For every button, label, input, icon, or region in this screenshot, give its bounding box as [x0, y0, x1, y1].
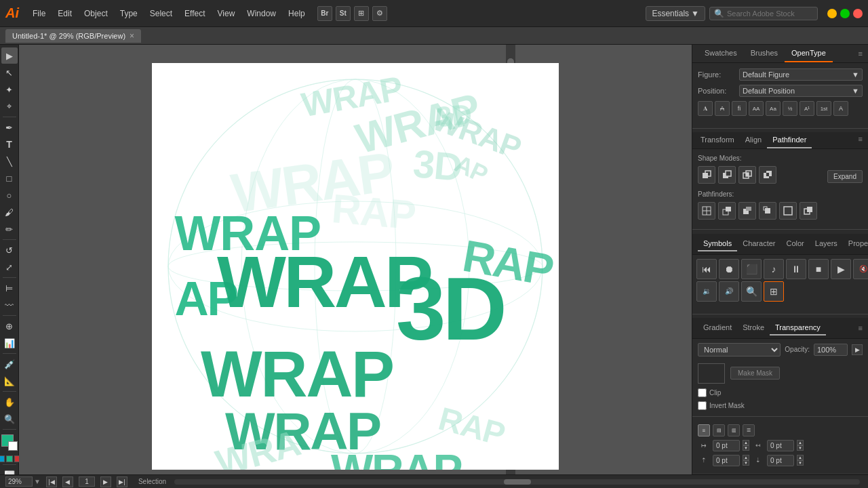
position-select[interactable]: Default Position ▼ [739, 85, 863, 97]
eyedropper-tool[interactable]: 💉 [1, 356, 18, 372]
shape-builder-tool[interactable]: ⊕ [1, 318, 18, 334]
stock-btn[interactable]: St [336, 6, 351, 21]
direct-selection-tool[interactable]: ↖ [1, 64, 18, 81]
symbol-grid[interactable]: ⊞ [764, 281, 784, 302]
tab-close-btn[interactable]: × [130, 31, 134, 41]
graph-tool[interactable]: 📊 [1, 335, 18, 351]
ot-icon-frac[interactable]: ½ [783, 101, 797, 116]
symbol-stop-square[interactable]: ⬛ [741, 259, 762, 279]
left-indent-down-btn[interactable]: ▼ [743, 445, 749, 451]
space-after-down-btn[interactable]: ▼ [797, 460, 804, 466]
menu-help[interactable]: Help [283, 6, 311, 21]
intersect-btn[interactable] [738, 166, 756, 184]
color-swatch-1[interactable] [0, 455, 5, 462]
divide-btn[interactable] [698, 202, 715, 220]
left-indent-up-btn[interactable]: ▲ [743, 440, 749, 445]
window-close-btn[interactable] [853, 9, 863, 18]
horizontal-scrollbar[interactable] [174, 479, 860, 485]
make-mask-btn[interactable]: Make Mask [730, 367, 780, 380]
zoom-tool[interactable]: 🔍 [1, 411, 18, 427]
rect-tool[interactable]: □ [1, 170, 18, 186]
space-before-down-btn[interactable]: ▼ [743, 460, 749, 466]
hscroll-thumb[interactable] [504, 479, 531, 485]
menu-effect[interactable]: Effect [179, 6, 210, 21]
justify-icon[interactable]: ☰ [743, 424, 755, 436]
opacity-input[interactable] [814, 344, 848, 356]
symbol-mute[interactable]: 🔇 [853, 259, 868, 279]
grid-btn[interactable]: ⊞ [354, 6, 369, 21]
nav-next-btn[interactable]: ▶ [100, 476, 111, 487]
minus-front-btn[interactable] [718, 166, 736, 184]
menu-file[interactable]: File [27, 6, 51, 21]
align-left-icon[interactable]: ≡ [698, 424, 710, 436]
symbol-search[interactable]: 🔍 [741, 281, 762, 302]
ot-icon-ff[interactable]: AA [749, 101, 764, 116]
warp-tool[interactable]: 〰 [1, 297, 18, 313]
panel-menu-icon[interactable]: ≡ [859, 49, 863, 58]
background-color[interactable] [8, 441, 18, 451]
symbol-vol-low[interactable]: 🔉 [696, 281, 717, 302]
exclude-btn[interactable] [759, 166, 776, 184]
symbol-music[interactable]: ♪ [764, 259, 784, 279]
space-after-up-btn[interactable]: ▲ [797, 455, 804, 460]
hand-tool[interactable]: ✋ [1, 394, 18, 410]
trim-btn[interactable] [718, 202, 736, 220]
sub-tab-align[interactable]: Align [740, 132, 767, 148]
symbol-play[interactable]: ▶ [831, 259, 851, 279]
space-before-up-btn[interactable]: ▲ [743, 455, 749, 460]
magic-wand-tool[interactable]: ✦ [1, 81, 18, 98]
tab-gradient[interactable]: Gradient [698, 321, 737, 336]
color-selector[interactable] [1, 434, 18, 451]
color-swatch-2[interactable] [6, 455, 13, 462]
menu-object[interactable]: Object [79, 6, 113, 21]
menu-type[interactable]: Type [115, 6, 143, 21]
ot-icon-super[interactable]: A¹ [800, 101, 814, 116]
symbol-vol-high[interactable]: 🔊 [719, 281, 739, 302]
ot-icon-fi[interactable]: fi [732, 101, 747, 116]
tab-brushes[interactable]: Brushes [744, 45, 785, 62]
symbol-record[interactable]: ⏺ [719, 259, 739, 279]
ot-icon-slash[interactable]: A [715, 101, 730, 116]
rotate-tool[interactable]: ↺ [1, 242, 18, 258]
space-after-input[interactable] [767, 455, 794, 466]
right-indent-up-btn[interactable]: ▲ [797, 440, 804, 445]
nav-first-btn[interactable]: |◀ [46, 476, 57, 487]
essentials-dropdown[interactable]: Essentials ▼ [646, 6, 705, 21]
ot-icon-a[interactable]: 𝐀 [698, 101, 713, 116]
selection-tool[interactable]: ▶ [1, 47, 18, 64]
align-center-icon[interactable]: ▤ [713, 424, 725, 436]
width-tool[interactable]: ⊨ [1, 280, 18, 296]
outline-btn[interactable] [779, 202, 797, 220]
unite-btn[interactable] [698, 166, 715, 184]
ot-icon-aa[interactable]: Aa [766, 101, 781, 116]
clip-checkbox[interactable] [698, 388, 707, 397]
document-tab[interactable]: Untitled-1* @ 29% (RGB/Preview) × [5, 29, 141, 43]
ot-icon-ord[interactable]: 1st [816, 101, 831, 116]
figure-select[interactable]: Default Figure ▼ [739, 68, 863, 81]
pencil-tool[interactable]: ✏ [1, 221, 18, 237]
tab-properties[interactable]: Properties [843, 237, 868, 251]
right-indent-down-btn[interactable]: ▼ [797, 445, 804, 451]
page-input[interactable] [79, 476, 95, 487]
ellipse-tool[interactable]: ○ [1, 187, 18, 203]
right-indent-input[interactable] [767, 440, 794, 451]
lower-panel-menu[interactable]: ≡ [859, 324, 863, 332]
opacity-arrow-btn[interactable]: ▶ [852, 344, 863, 355]
space-before-input[interactable] [713, 455, 740, 466]
scale-tool[interactable]: ⤢ [1, 259, 18, 275]
settings-btn[interactable]: ⚙ [372, 6, 387, 21]
measure-tool[interactable]: 📐 [1, 373, 18, 389]
expand-button[interactable]: Expand [827, 170, 863, 183]
symbol-prev[interactable]: ⏮ [696, 259, 717, 279]
symbol-stop[interactable]: ■ [808, 259, 829, 279]
left-indent-input[interactable] [713, 440, 740, 451]
window-maximize-btn[interactable] [840, 9, 850, 18]
tab-layers[interactable]: Layers [810, 237, 843, 251]
window-minimize-btn[interactable] [827, 9, 837, 18]
align-right-icon[interactable]: ▥ [728, 424, 740, 436]
menu-view[interactable]: View [212, 6, 241, 21]
paintbrush-tool[interactable]: 🖌 [1, 204, 18, 220]
minus-back-btn[interactable] [800, 202, 817, 220]
bridge-btn[interactable]: Br [317, 6, 332, 21]
ot-icon-titling[interactable]: A [833, 101, 848, 116]
